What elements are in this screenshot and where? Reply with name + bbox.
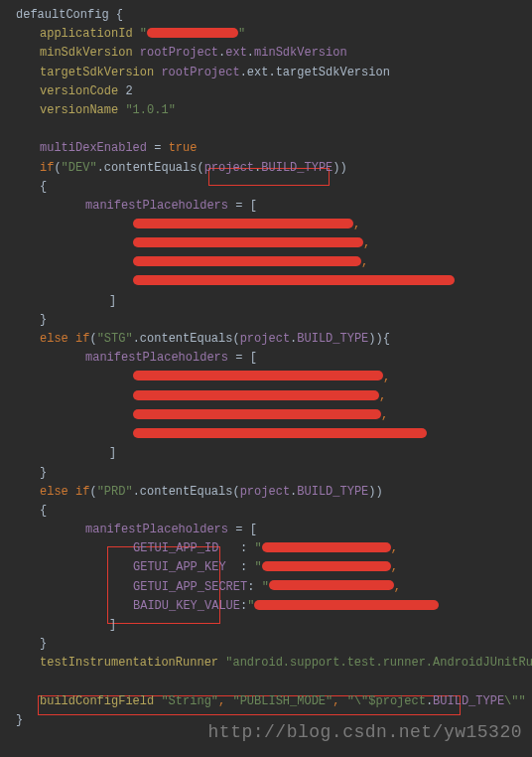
redaction-icon bbox=[133, 371, 383, 380]
line-redact: , bbox=[16, 234, 532, 253]
line-redact bbox=[16, 425, 532, 444]
line-brace: } bbox=[16, 635, 532, 654]
redaction-icon bbox=[262, 561, 391, 571]
watermark: http://blog.csdn.net/yw15320 bbox=[208, 718, 522, 747]
code-block: defaultConfig { applicationId "" minSdkV… bbox=[16, 6, 532, 730]
line-redact: , bbox=[16, 253, 532, 272]
line-brace: { bbox=[16, 502, 532, 521]
line-close-bracket: ] bbox=[16, 292, 532, 311]
redaction-icon bbox=[133, 390, 379, 400]
line-tir: testInstrumentationRunner "android.suppo… bbox=[16, 654, 532, 673]
redaction-icon bbox=[133, 237, 363, 247]
redaction-icon bbox=[147, 28, 238, 38]
redaction-icon bbox=[133, 428, 427, 438]
line-if-dev: if("DEV".contentEquals(project.BUILD_TYP… bbox=[16, 159, 532, 178]
line-defaultconfig: defaultConfig { bbox=[16, 6, 532, 25]
line-buildconfigfield: buildConfigField "String", "PUBLISH_MODE… bbox=[16, 692, 532, 711]
line-brace: { bbox=[16, 178, 532, 197]
redaction-icon bbox=[254, 600, 439, 610]
line-elseif-stg: else if("STG".contentEquals(project.BUIL… bbox=[16, 330, 532, 349]
line-mp-dev: manifestPlaceholders = [ bbox=[16, 197, 532, 216]
line-targetsdk: targetSdkVersion rootProject.ext.targetS… bbox=[16, 64, 532, 82]
redaction-icon bbox=[262, 542, 391, 552]
redaction-icon bbox=[133, 275, 455, 285]
line-multidex: multiDexEnabled = true bbox=[16, 139, 532, 158]
line-mp-stg: manifestPlaceholders = [ bbox=[16, 349, 532, 368]
line-close-bracket: ] bbox=[16, 444, 532, 463]
redaction-icon bbox=[133, 219, 353, 228]
line-applicationid: applicationId "" bbox=[16, 25, 532, 44]
line-redact bbox=[16, 273, 532, 292]
redaction-icon bbox=[133, 256, 361, 266]
line-key-appid: GETUI_APP_ID : ", bbox=[16, 539, 532, 558]
line-redact: , bbox=[16, 387, 532, 406]
line-key-baidu: BAIDU_KEY_VALUE:" bbox=[16, 597, 532, 616]
line-minsdk: minSdkVersion rootProject.ext.minSdkVers… bbox=[16, 44, 532, 63]
line-key-appkey: GETUI_APP_KEY : ", bbox=[16, 558, 532, 577]
line-elseif-prd: else if("PRD".contentEquals(project.BUIL… bbox=[16, 483, 532, 502]
line-redact: , bbox=[16, 369, 532, 387]
line-redact: , bbox=[16, 216, 532, 234]
line-versionname: versionName "1.0.1" bbox=[16, 101, 532, 120]
line-close-bracket: ] bbox=[16, 616, 532, 635]
redaction-icon bbox=[269, 580, 394, 590]
line-brace: } bbox=[16, 464, 532, 483]
line-key-appsecret: GETUI_APP_SECRET: ", bbox=[16, 578, 532, 597]
line-versioncode: versionCode 2 bbox=[16, 82, 532, 101]
line-brace: } bbox=[16, 311, 532, 330]
line-redact: , bbox=[16, 406, 532, 425]
line-mp-prd: manifestPlaceholders = [ bbox=[16, 521, 532, 539]
redaction-icon bbox=[133, 409, 381, 419]
